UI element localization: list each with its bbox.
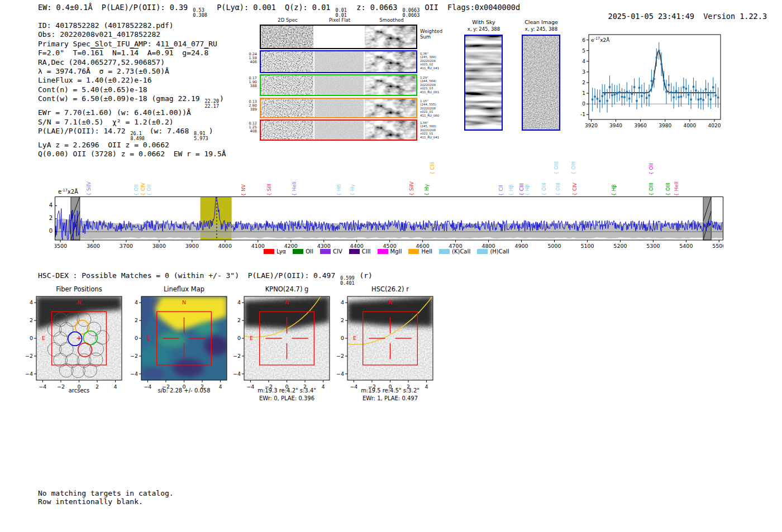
svg-text:4: 4 [30, 299, 33, 305]
spec2d-row [260, 25, 417, 49]
svg-text:E: E [42, 335, 45, 341]
spec2d-row [260, 119, 417, 141]
gaussian-fit-plot: 392039403960398040004020-10123456e-17x2Å [579, 32, 726, 130]
legend-swatch [378, 249, 388, 254]
spec2d-left-labels: 0.121.25408 [240, 122, 257, 134]
legend-label: (H)CaII [490, 248, 509, 255]
clean-image [522, 35, 560, 131]
line-marker-OIII: { OIII [571, 161, 576, 175]
info-line: LineFlux = 1.40(±0.22)e-16 [38, 76, 226, 85]
spec2d-col-header-2: Pixel Flat [315, 17, 364, 23]
spec2d-strip [261, 121, 313, 140]
info-line: Cont(w) = 6.50(±0.09)e-18 (gmag 22.19 22… [38, 94, 226, 108]
spec2d-strip [314, 99, 364, 117]
info-line: ID: 4017852282 (4017852282.pdf) [38, 21, 226, 30]
svg-text:0: 0 [135, 335, 138, 341]
line-marker-SiII: { SiII [266, 184, 272, 196]
cutout-xlabel: m:19.5 re:4.5" s:3.2" [336, 387, 444, 394]
spec2d-right-labels: 0.36"(245, 388)20220208v021_02411_RU_041 [420, 52, 448, 70]
spec2d-blank-strip [314, 26, 364, 48]
spectrum-legend: LyαOIICIVCIIIMgIIHeII(K)CaII(H)CaII [264, 248, 509, 255]
report-date: 2025-01-05 23:41:49 [608, 12, 694, 21]
info-line: Q(0.00) OII (3728) z = 0.0662 EW r = 19.… [38, 150, 226, 159]
svg-text:e-17x2Å: e-17x2Å [591, 36, 610, 43]
cutout-title: KPNO(24.7) g [239, 285, 335, 293]
info-line: RA,Dec (204.065277,52.906857) [38, 58, 226, 67]
info-line: Obs: 20220208v021_4017852282 [38, 30, 226, 39]
cutout-caption: EWr: 1, PLAE: 0.497 [336, 395, 444, 401]
cutout-title: Lineflux Map [136, 285, 232, 293]
spec2d-left-labels: 0.132.60389 [240, 100, 257, 112]
footer-note-1: No matching targets in catalog. [38, 489, 174, 497]
legend-swatch [439, 249, 450, 254]
info-line: S/N = 7.1(±0.5) χ² = 1.2(±0.2) [38, 118, 226, 127]
fraction-value: 8.915.973 [194, 131, 208, 141]
hscdex-match-line: HSC-DEX : Possible Matches = 0 (within +… [38, 271, 373, 285]
legend-item: CIII [349, 248, 371, 255]
svg-text:4: 4 [237, 299, 241, 305]
header-summary-line: EW: 0.4±0.1Å P(LAE)/P(OII): 0.39 0.530.3… [38, 3, 520, 17]
spec2d-strip [261, 75, 313, 95]
spec2d-strip [261, 99, 313, 117]
spec2d-strip [365, 121, 416, 140]
spec2d-left-labels: 0.171.90388 [240, 76, 257, 89]
svg-text:N: N [285, 299, 289, 305]
spec2d-strip [365, 75, 416, 95]
svg-text:5300: 5300 [646, 243, 660, 249]
cutout-xlabel: m:19.3 re:4.2" s:3.4" [233, 387, 341, 394]
spec2d-right-labels: 1.29"(244, 564)20220208v021_03411_RU_061 [420, 76, 448, 94]
svg-text:6: 6 [582, 37, 585, 43]
legend-swatch [264, 249, 274, 254]
with-sky-image [464, 35, 503, 131]
report-version: Version 1.22.3 [703, 12, 767, 21]
spec2d-row [260, 50, 417, 73]
svg-text:3920: 3920 [585, 123, 598, 128]
svg-text:5000: 5000 [547, 243, 561, 249]
line-marker-OII: { OII [146, 184, 152, 196]
info-line: P(LAE)/P(OII): 14.72 26.18.498 (w: 7.468… [38, 127, 226, 141]
with-sky-title: With Sky [456, 19, 512, 26]
legend-item: HeII [408, 248, 432, 255]
spec2d-strip [314, 51, 364, 72]
svg-text:−4: −4 [25, 371, 33, 377]
svg-text:4000: 4000 [218, 243, 232, 249]
line-marker-HeII: { HeII [292, 181, 297, 196]
info-line: Primary Spec_Slot_IFU_AMP: 411_014_077_R… [38, 40, 226, 49]
header-timestamp: 2025-01-05 23:41:49 Version 1.22.3 [590, 3, 767, 30]
svg-text:5400: 5400 [679, 243, 693, 249]
cutout-plot-2: NE−4−4−2−2002244 [121, 294, 233, 392]
svg-text:N: N [182, 299, 186, 305]
spec2d-strip [365, 99, 416, 117]
svg-text:5: 5 [582, 48, 585, 54]
svg-text:3980: 3980 [659, 123, 671, 128]
spec2d-strip [314, 121, 364, 140]
svg-text:4: 4 [135, 299, 138, 305]
main-spectrum-ylabel: e-17x2Å [58, 188, 78, 195]
line-marker-Hβ: { Hβ [524, 184, 530, 196]
legend-item: CIV [320, 248, 342, 255]
legend-label: Lyα [276, 248, 286, 255]
info-line: λ = 3974.76Å σ = 2.73(±0.50)Å [38, 67, 226, 76]
fraction-value: 0.530.308 [193, 8, 207, 17]
line-marker-Hγ: { Hγ [424, 184, 430, 196]
line-marker-SiIV: { SiIV [409, 181, 414, 196]
fraction-value: 22.2022.17 [204, 99, 219, 108]
svg-text:0: 0 [30, 335, 33, 341]
legend-label: HeII [421, 248, 432, 255]
line-marker-OIII: { OIII [555, 183, 561, 196]
svg-text:0: 0 [237, 335, 241, 341]
legend-label: CIV [333, 248, 342, 255]
line-marker-OII: { OII [133, 184, 139, 196]
svg-text:E: E [353, 335, 356, 341]
info-line: LyA z = 2.2696 OII z = 0.0662 [38, 141, 226, 150]
svg-text:2: 2 [341, 317, 344, 323]
line-marker-CII: { CII [498, 185, 504, 196]
cutout-plot-3: NE−4−4−2−2002244 [224, 294, 336, 392]
legend-swatch [320, 249, 331, 254]
spec2d-row [260, 98, 417, 118]
line-marker-Hβ: { Hβ [611, 184, 617, 196]
svg-text:-1: -1 [580, 112, 585, 117]
line-marker-Hδ: { Hδ [336, 184, 342, 196]
svg-text:0: 0 [341, 335, 344, 341]
svg-text:−2: −2 [233, 353, 241, 359]
